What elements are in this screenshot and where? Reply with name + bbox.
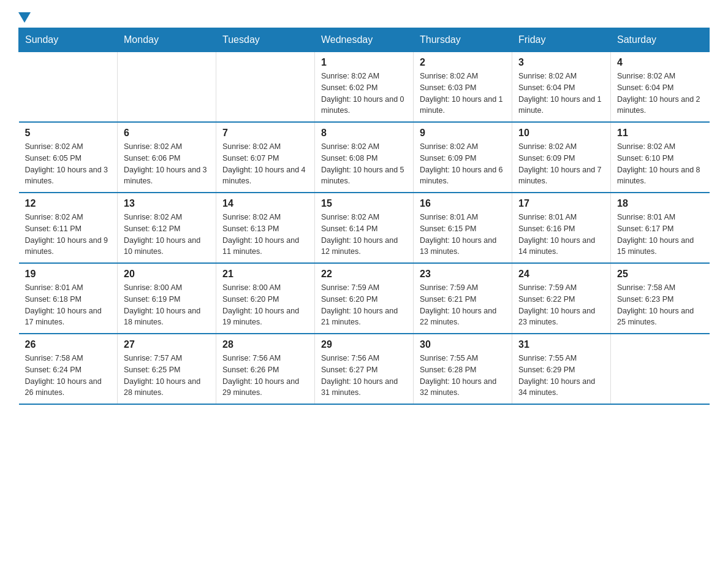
column-header-friday: Friday: [512, 28, 611, 52]
calendar-cell: 31Sunrise: 7:55 AM Sunset: 6:29 PM Dayli…: [512, 334, 611, 404]
calendar-cell: [216, 52, 315, 123]
day-info: Sunrise: 7:56 AM Sunset: 6:27 PM Dayligh…: [321, 353, 407, 399]
calendar-cell: 10Sunrise: 8:02 AM Sunset: 6:09 PM Dayli…: [512, 122, 611, 193]
day-number: 27: [124, 339, 210, 350]
day-info: Sunrise: 8:02 AM Sunset: 6:06 PM Dayligh…: [124, 141, 210, 187]
calendar-cell: 9Sunrise: 8:02 AM Sunset: 6:09 PM Daylig…: [414, 122, 512, 193]
calendar-cell: [611, 334, 710, 404]
day-number: 10: [518, 128, 604, 139]
day-number: 31: [518, 339, 604, 350]
day-number: 1: [321, 57, 407, 68]
calendar-cell: 19Sunrise: 8:01 AM Sunset: 6:18 PM Dayli…: [19, 263, 118, 334]
day-info: Sunrise: 8:01 AM Sunset: 6:16 PM Dayligh…: [518, 212, 604, 258]
calendar-cell: 22Sunrise: 7:59 AM Sunset: 6:20 PM Dayli…: [315, 263, 414, 334]
day-info: Sunrise: 8:00 AM Sunset: 6:19 PM Dayligh…: [124, 282, 210, 328]
calendar-cell: 4Sunrise: 8:02 AM Sunset: 6:04 PM Daylig…: [611, 52, 710, 123]
column-header-monday: Monday: [118, 28, 216, 52]
day-number: 3: [518, 57, 604, 68]
day-info: Sunrise: 7:59 AM Sunset: 6:22 PM Dayligh…: [518, 282, 604, 328]
day-info: Sunrise: 8:02 AM Sunset: 6:10 PM Dayligh…: [617, 141, 703, 187]
day-number: 5: [25, 128, 112, 139]
calendar-week-row: 26Sunrise: 7:58 AM Sunset: 6:24 PM Dayli…: [19, 334, 710, 404]
calendar-cell: 13Sunrise: 8:02 AM Sunset: 6:12 PM Dayli…: [118, 193, 216, 263]
calendar-cell: 30Sunrise: 7:55 AM Sunset: 6:28 PM Dayli…: [414, 334, 512, 404]
calendar-week-row: 1Sunrise: 8:02 AM Sunset: 6:02 PM Daylig…: [19, 52, 710, 123]
calendar-cell: 26Sunrise: 7:58 AM Sunset: 6:24 PM Dayli…: [19, 334, 118, 404]
column-header-wednesday: Wednesday: [315, 28, 414, 52]
day-info: Sunrise: 7:55 AM Sunset: 6:28 PM Dayligh…: [420, 353, 506, 399]
day-info: Sunrise: 8:02 AM Sunset: 6:11 PM Dayligh…: [25, 212, 112, 258]
day-number: 19: [25, 269, 112, 280]
calendar-cell: [19, 52, 118, 123]
day-info: Sunrise: 7:58 AM Sunset: 6:23 PM Dayligh…: [617, 282, 703, 328]
calendar-cell: 28Sunrise: 7:56 AM Sunset: 6:26 PM Dayli…: [216, 334, 315, 404]
day-info: Sunrise: 7:57 AM Sunset: 6:25 PM Dayligh…: [124, 353, 210, 399]
calendar-cell: 29Sunrise: 7:56 AM Sunset: 6:27 PM Dayli…: [315, 334, 414, 404]
calendar-cell: 5Sunrise: 8:02 AM Sunset: 6:05 PM Daylig…: [19, 122, 118, 193]
calendar-cell: 21Sunrise: 8:00 AM Sunset: 6:20 PM Dayli…: [216, 263, 315, 334]
day-info: Sunrise: 8:00 AM Sunset: 6:20 PM Dayligh…: [222, 282, 308, 328]
day-info: Sunrise: 8:02 AM Sunset: 6:04 PM Dayligh…: [518, 71, 604, 117]
day-number: 4: [617, 57, 703, 68]
day-info: Sunrise: 7:56 AM Sunset: 6:26 PM Dayligh…: [222, 353, 308, 399]
day-number: 26: [25, 339, 112, 350]
column-header-thursday: Thursday: [414, 28, 512, 52]
day-number: 6: [124, 128, 210, 139]
page-header: [18, 12, 710, 21]
day-number: 24: [518, 269, 604, 280]
day-number: 15: [321, 198, 407, 209]
day-info: Sunrise: 8:01 AM Sunset: 6:15 PM Dayligh…: [420, 212, 506, 258]
day-number: 30: [420, 339, 506, 350]
day-number: 17: [518, 198, 604, 209]
day-info: Sunrise: 8:02 AM Sunset: 6:13 PM Dayligh…: [222, 212, 308, 258]
calendar-cell: 25Sunrise: 7:58 AM Sunset: 6:23 PM Dayli…: [611, 263, 710, 334]
day-number: 28: [222, 339, 308, 350]
calendar-cell: 24Sunrise: 7:59 AM Sunset: 6:22 PM Dayli…: [512, 263, 611, 334]
day-info: Sunrise: 8:02 AM Sunset: 6:14 PM Dayligh…: [321, 212, 407, 258]
day-number: 29: [321, 339, 407, 350]
day-info: Sunrise: 8:02 AM Sunset: 6:08 PM Dayligh…: [321, 141, 407, 187]
day-number: 22: [321, 269, 407, 280]
calendar-cell: 18Sunrise: 8:01 AM Sunset: 6:17 PM Dayli…: [611, 193, 710, 263]
day-number: 16: [420, 198, 506, 209]
day-number: 20: [124, 269, 210, 280]
calendar-cell: 17Sunrise: 8:01 AM Sunset: 6:16 PM Dayli…: [512, 193, 611, 263]
column-header-sunday: Sunday: [19, 28, 118, 52]
calendar-cell: 15Sunrise: 8:02 AM Sunset: 6:14 PM Dayli…: [315, 193, 414, 263]
column-header-saturday: Saturday: [611, 28, 710, 52]
calendar-cell: 7Sunrise: 8:02 AM Sunset: 6:07 PM Daylig…: [216, 122, 315, 193]
calendar-cell: 1Sunrise: 8:02 AM Sunset: 6:02 PM Daylig…: [315, 52, 414, 123]
day-info: Sunrise: 7:58 AM Sunset: 6:24 PM Dayligh…: [25, 353, 112, 399]
calendar-cell: 12Sunrise: 8:02 AM Sunset: 6:11 PM Dayli…: [19, 193, 118, 263]
day-number: 18: [617, 198, 703, 209]
calendar-cell: 11Sunrise: 8:02 AM Sunset: 6:10 PM Dayli…: [611, 122, 710, 193]
day-info: Sunrise: 8:02 AM Sunset: 6:12 PM Dayligh…: [124, 212, 210, 258]
logo-arrow-icon: [18, 12, 31, 23]
day-number: 12: [25, 198, 112, 209]
day-info: Sunrise: 8:01 AM Sunset: 6:17 PM Dayligh…: [617, 212, 703, 258]
calendar-cell: 2Sunrise: 8:02 AM Sunset: 6:03 PM Daylig…: [414, 52, 512, 123]
calendar-week-row: 5Sunrise: 8:02 AM Sunset: 6:05 PM Daylig…: [19, 122, 710, 193]
day-number: 23: [420, 269, 506, 280]
calendar-cell: 8Sunrise: 8:02 AM Sunset: 6:08 PM Daylig…: [315, 122, 414, 193]
day-number: 14: [222, 198, 308, 209]
calendar-header-row: SundayMondayTuesdayWednesdayThursdayFrid…: [19, 28, 710, 52]
calendar-cell: 20Sunrise: 8:00 AM Sunset: 6:19 PM Dayli…: [118, 263, 216, 334]
calendar-week-row: 12Sunrise: 8:02 AM Sunset: 6:11 PM Dayli…: [19, 193, 710, 263]
day-info: Sunrise: 7:59 AM Sunset: 6:21 PM Dayligh…: [420, 282, 506, 328]
day-info: Sunrise: 8:02 AM Sunset: 6:03 PM Dayligh…: [420, 71, 506, 117]
calendar-cell: 3Sunrise: 8:02 AM Sunset: 6:04 PM Daylig…: [512, 52, 611, 123]
day-number: 7: [222, 128, 308, 139]
day-info: Sunrise: 7:59 AM Sunset: 6:20 PM Dayligh…: [321, 282, 407, 328]
day-info: Sunrise: 8:01 AM Sunset: 6:18 PM Dayligh…: [25, 282, 112, 328]
calendar-week-row: 19Sunrise: 8:01 AM Sunset: 6:18 PM Dayli…: [19, 263, 710, 334]
day-number: 9: [420, 128, 506, 139]
calendar-cell: 6Sunrise: 8:02 AM Sunset: 6:06 PM Daylig…: [118, 122, 216, 193]
logo: [18, 12, 31, 21]
day-info: Sunrise: 8:02 AM Sunset: 6:04 PM Dayligh…: [617, 71, 703, 117]
day-info: Sunrise: 8:02 AM Sunset: 6:09 PM Dayligh…: [420, 141, 506, 187]
calendar-cell: 23Sunrise: 7:59 AM Sunset: 6:21 PM Dayli…: [414, 263, 512, 334]
calendar-table: SundayMondayTuesdayWednesdayThursdayFrid…: [18, 28, 710, 405]
day-info: Sunrise: 8:02 AM Sunset: 6:05 PM Dayligh…: [25, 141, 112, 187]
calendar-cell: 16Sunrise: 8:01 AM Sunset: 6:15 PM Dayli…: [414, 193, 512, 263]
